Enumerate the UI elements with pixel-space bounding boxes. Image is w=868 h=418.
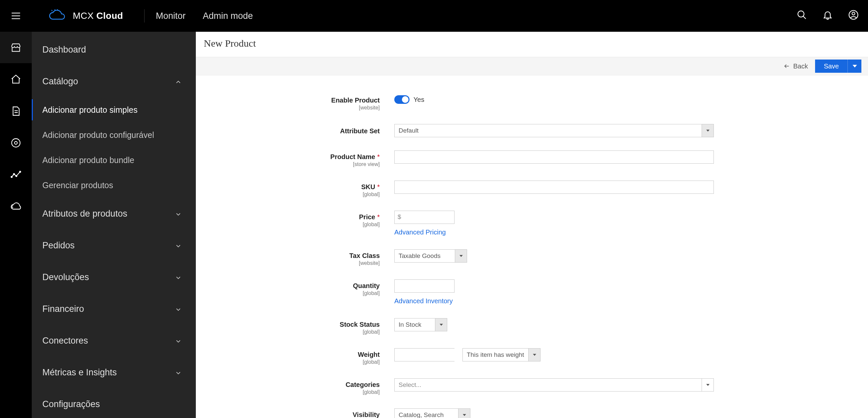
brand-logo[interactable]: MCX Cloud xyxy=(32,9,133,23)
sidebar-metrics[interactable]: Métricas e Insights xyxy=(32,356,196,388)
chevron-up-icon xyxy=(175,78,182,85)
product-name-label: Product Name xyxy=(331,153,375,160)
tax-class-label: Tax Class xyxy=(349,252,380,259)
caret-down-icon xyxy=(852,64,858,69)
rail-analytics-icon[interactable] xyxy=(0,159,32,191)
user-icon[interactable] xyxy=(848,9,859,23)
svg-point-15 xyxy=(20,171,21,173)
scope-label: [global] xyxy=(209,329,380,335)
svg-point-10 xyxy=(11,138,20,147)
weight-label: Weight xyxy=(358,351,380,358)
sidebar-conectores[interactable]: Conectores xyxy=(32,325,196,356)
svg-marker-21 xyxy=(706,130,710,132)
svg-marker-22 xyxy=(460,255,463,257)
rail-cloud-icon[interactable] xyxy=(0,191,32,222)
svg-line-18 xyxy=(11,207,13,208)
quantity-input[interactable] xyxy=(394,280,455,293)
attribute-set-select[interactable]: Default xyxy=(394,124,714,137)
rail-document-icon[interactable] xyxy=(0,95,32,127)
sidebar-item-label: Configurações xyxy=(42,399,100,409)
back-button[interactable]: Back xyxy=(783,63,808,70)
nav-monitor[interactable]: Monitor xyxy=(156,11,186,21)
chevron-down-icon xyxy=(175,337,182,344)
nav-admin-mode[interactable]: Admin mode xyxy=(203,11,253,21)
sidebar-add-bundle-product[interactable]: Adicionar produto bundle xyxy=(32,148,196,173)
sidebar-item-label: Catálogo xyxy=(42,76,78,87)
product-form: Enable Product [website] Yes Attribute S… xyxy=(196,75,868,418)
stock-status-select[interactable]: In Stock xyxy=(394,318,447,331)
save-button[interactable]: Save xyxy=(815,60,861,73)
sidebar-item-label: Financeiro xyxy=(42,304,84,314)
svg-point-11 xyxy=(14,141,18,144)
sidebar-devolucoes[interactable]: Devoluções xyxy=(32,261,196,293)
sidebar-add-simple-product[interactable]: Adicionar produto simples xyxy=(32,97,196,122)
svg-marker-26 xyxy=(463,414,466,416)
chevron-down-icon xyxy=(175,242,182,249)
caret-down-icon xyxy=(702,378,714,391)
rail-home-icon[interactable] xyxy=(0,64,32,95)
attribute-set-label: Attribute Set xyxy=(340,127,380,135)
svg-line-17 xyxy=(11,205,13,205)
scope-label: [store view] xyxy=(209,161,380,167)
enable-product-label: Enable Product xyxy=(331,97,380,104)
sidebar-manage-products[interactable]: Gerenciar produtos xyxy=(32,173,196,198)
caret-down-icon xyxy=(529,348,540,361)
svg-marker-23 xyxy=(440,324,443,326)
bell-icon[interactable] xyxy=(823,9,833,23)
cloud-icon xyxy=(48,9,67,23)
sidebar-item-label: Conectores xyxy=(42,336,88,346)
quantity-label: Quantity xyxy=(353,282,380,289)
sidebar-item-label: Métricas e Insights xyxy=(42,367,117,378)
svg-marker-20 xyxy=(852,65,857,67)
tax-class-select[interactable]: Taxable Goods xyxy=(394,249,467,263)
chevron-down-icon xyxy=(175,274,182,281)
svg-line-7 xyxy=(803,16,806,19)
rail-eye-icon[interactable] xyxy=(0,127,32,159)
svg-marker-25 xyxy=(706,384,710,386)
divider xyxy=(144,9,145,23)
sku-label: SKU xyxy=(361,183,375,191)
select-placeholder: Select... xyxy=(394,378,702,391)
sidebar-catalogo[interactable]: Catálogo xyxy=(32,65,196,97)
chevron-down-icon xyxy=(175,305,182,313)
sidebar-configuracoes[interactable]: Configurações xyxy=(32,388,196,418)
caret-down-icon xyxy=(435,318,447,331)
svg-point-9 xyxy=(852,12,855,15)
price-label: Price xyxy=(359,213,375,221)
save-dropdown-toggle[interactable] xyxy=(847,60,861,73)
sidebar-item-label: Dashboard xyxy=(42,45,86,55)
sidebar-add-configurable-product[interactable]: Adicionar produto configurável xyxy=(32,122,196,148)
visibility-label: Visibility xyxy=(352,411,380,418)
svg-point-6 xyxy=(798,11,804,17)
main-content: New Product Back Save Enable Product [we… xyxy=(196,32,868,418)
rail-store-icon[interactable] xyxy=(0,32,32,64)
scope-label: [global] xyxy=(209,290,380,296)
select-value: Taxable Goods xyxy=(394,249,455,263)
scope-label: [global] xyxy=(209,191,380,197)
save-label: Save xyxy=(815,60,847,73)
weight-type-select[interactable]: This item has weight xyxy=(462,348,540,361)
svg-marker-24 xyxy=(533,354,536,356)
chevron-down-icon xyxy=(175,210,182,217)
price-input[interactable] xyxy=(394,211,455,224)
advanced-pricing-link[interactable]: Advanced Pricing xyxy=(394,228,446,236)
sidebar-dashboard[interactable]: Dashboard xyxy=(32,34,196,65)
categories-select[interactable]: Select... xyxy=(394,378,714,391)
advanced-inventory-link[interactable]: Advanced Inventory xyxy=(394,297,453,305)
select-value: In Stock xyxy=(394,318,435,331)
chevron-down-icon xyxy=(175,369,182,376)
sidebar-product-attributes[interactable]: Atributos de produtos xyxy=(32,198,196,229)
search-icon[interactable] xyxy=(797,9,807,23)
svg-point-13 xyxy=(13,173,14,175)
svg-point-12 xyxy=(11,176,12,178)
scope-label: [global] xyxy=(209,222,380,227)
visibility-select[interactable]: Catalog, Search xyxy=(394,409,470,418)
sidebar-financeiro[interactable]: Financeiro xyxy=(32,293,196,325)
sidebar-item-label: Atributos de produtos xyxy=(42,209,127,219)
select-value: Default xyxy=(394,124,702,137)
enable-product-toggle[interactable]: Yes xyxy=(394,95,425,104)
product-name-input[interactable] xyxy=(394,151,714,164)
sku-input[interactable] xyxy=(394,181,714,194)
brand-name: MCX Cloud xyxy=(73,10,123,21)
sidebar-pedidos[interactable]: Pedidos xyxy=(32,229,196,261)
